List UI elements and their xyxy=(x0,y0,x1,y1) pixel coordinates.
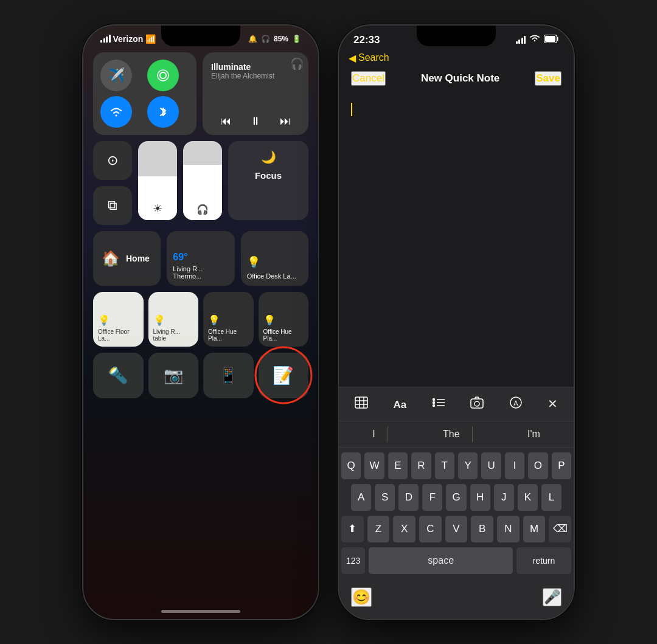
svg-text:A: A xyxy=(513,400,518,407)
autocomplete-the[interactable]: The xyxy=(431,426,473,442)
shift-key[interactable]: ⬆ xyxy=(341,516,364,542)
bluetooth-button[interactable] xyxy=(147,96,179,128)
office-hue2-tile[interactable]: 💡 Office Hue Pla... xyxy=(259,292,309,347)
signal-icon xyxy=(100,35,111,43)
qn-time: 22:33 xyxy=(353,34,380,46)
key-f[interactable]: F xyxy=(422,484,442,511)
music-artist: Elijah the Alchemist xyxy=(211,72,300,80)
key-i[interactable]: I xyxy=(505,452,524,479)
back-navigation[interactable]: ◀ Search xyxy=(339,50,574,66)
home-row: 🏠 Home 69° Living R... Thermo... 💡 Offic… xyxy=(93,231,308,286)
save-button[interactable]: Save xyxy=(535,71,561,86)
office-floor-tile[interactable]: 💡 Office Floor La... xyxy=(93,292,144,347)
space-key[interactable]: space xyxy=(369,547,513,574)
svg-rect-4 xyxy=(355,397,367,408)
lamp-icon: 💡 xyxy=(247,255,260,269)
brightness-slider[interactable]: ☀ xyxy=(138,141,177,220)
hue1-icon: 💡 xyxy=(208,314,220,326)
key-y[interactable]: Y xyxy=(458,452,478,479)
battery-label: 85% xyxy=(274,35,288,43)
quick-note-button[interactable]: 📝 xyxy=(259,353,309,398)
music-panel[interactable]: 🎧 Illuminate Elijah the Alchemist ⏮ ⏸ ⏭ xyxy=(203,52,308,135)
keyboard-bottom-bar: 😊 🎤 xyxy=(339,581,574,619)
flashlight-button[interactable]: 🔦 xyxy=(93,353,144,398)
pause-button[interactable]: ⏸ xyxy=(250,115,261,128)
key-w[interactable]: W xyxy=(364,452,384,479)
thermostat-tile[interactable]: 69° Living R... Thermo... xyxy=(167,231,234,286)
key-u[interactable]: U xyxy=(481,452,501,479)
numbers-key[interactable]: 123 xyxy=(341,547,365,574)
volume-slider[interactable]: 🎧 xyxy=(183,141,222,220)
key-g[interactable]: G xyxy=(446,484,466,511)
key-v[interactable]: V xyxy=(445,516,468,542)
key-r[interactable]: R xyxy=(411,452,431,479)
microphone-button[interactable]: 🎤 xyxy=(543,588,561,606)
key-a[interactable]: A xyxy=(351,484,371,511)
key-b[interactable]: B xyxy=(471,516,493,542)
key-j[interactable]: J xyxy=(494,484,514,511)
note-editor[interactable] xyxy=(339,93,574,387)
table-button[interactable] xyxy=(351,394,372,414)
list-button[interactable] xyxy=(428,395,449,414)
svg-point-0 xyxy=(160,72,166,78)
key-d[interactable]: D xyxy=(398,484,419,511)
key-q[interactable]: Q xyxy=(341,452,361,479)
key-e[interactable]: E xyxy=(388,452,408,479)
qn-battery-icon xyxy=(544,35,559,45)
home-button[interactable]: 🏠 Home xyxy=(93,231,161,286)
living-room-table-label: Living R... table xyxy=(153,328,194,342)
back-label: Search xyxy=(358,52,389,63)
prev-button[interactable]: ⏮ xyxy=(220,115,231,128)
key-l[interactable]: L xyxy=(541,484,561,511)
office-desk-label: Office Desk La... xyxy=(247,272,296,280)
return-key[interactable]: return xyxy=(516,547,571,574)
key-p[interactable]: P xyxy=(552,452,571,479)
screen-mirror-button[interactable]: ⧉ xyxy=(93,186,132,225)
key-h[interactable]: H xyxy=(470,484,490,511)
home-icon: 🏠 xyxy=(102,250,120,267)
key-t[interactable]: T xyxy=(435,452,454,479)
temp-value: 69° xyxy=(173,252,187,263)
focus-button[interactable]: 🌙 Focus xyxy=(228,141,308,220)
key-n[interactable]: N xyxy=(497,516,520,542)
autocomplete-i[interactable]: I xyxy=(360,426,388,442)
cellular-button[interactable] xyxy=(147,60,179,91)
cancel-button[interactable]: Cancel xyxy=(351,71,386,86)
close-toolbar-button[interactable]: ✕ xyxy=(544,394,561,414)
key-m[interactable]: M xyxy=(523,516,546,542)
thermostat-label: Living R... Thermo... xyxy=(173,265,228,280)
carrier-info: Verizon 📶 xyxy=(100,34,156,44)
camera-toolbar-button[interactable] xyxy=(467,394,487,414)
remote-button[interactable]: 📱 xyxy=(203,353,254,398)
wifi-button[interactable] xyxy=(100,96,132,128)
camera-button[interactable]: 📷 xyxy=(148,353,199,398)
format-text-button[interactable]: Aa xyxy=(389,395,410,414)
status-icons: 🔔 🎧 85% 🔋 xyxy=(248,35,301,43)
key-c[interactable]: C xyxy=(419,516,442,542)
delete-key[interactable]: ⌫ xyxy=(549,516,571,542)
circle-a-button[interactable]: A xyxy=(506,393,526,415)
key-k[interactable]: K xyxy=(518,484,538,511)
emoji-button[interactable]: 😊 xyxy=(351,587,372,607)
bottom-row: 🔦 📷 📱 📝 xyxy=(93,353,308,398)
qn-wifi-icon xyxy=(529,35,540,45)
quick-note-ring xyxy=(254,347,312,404)
key-o[interactable]: O xyxy=(528,452,548,479)
close-icon: ✕ xyxy=(548,397,558,410)
next-button[interactable]: ⏭ xyxy=(280,115,291,128)
living-room-table-tile[interactable]: 💡 Living R... table xyxy=(148,292,199,347)
rotation-lock-button[interactable]: ⊙ xyxy=(93,141,132,180)
right-phone: 22:33 xyxy=(338,24,575,620)
key-x[interactable]: X xyxy=(393,516,415,542)
svg-rect-3 xyxy=(545,36,555,42)
qn-signal-icon xyxy=(516,36,526,44)
airplane-mode-button[interactable]: ✈️ xyxy=(100,60,132,91)
carrier-label: Verizon xyxy=(113,34,144,44)
key-z[interactable]: Z xyxy=(367,516,390,542)
autocomplete-im[interactable]: I'm xyxy=(515,426,552,442)
back-chevron-icon: ◀ xyxy=(349,52,356,64)
office-desk-tile[interactable]: 💡 Office Desk La... xyxy=(241,231,308,286)
key-s[interactable]: S xyxy=(375,484,395,511)
keyboard-row-2: A S D F G H J K L xyxy=(341,484,571,511)
office-hue1-tile[interactable]: 💡 Office Hue Pla... xyxy=(203,292,254,347)
